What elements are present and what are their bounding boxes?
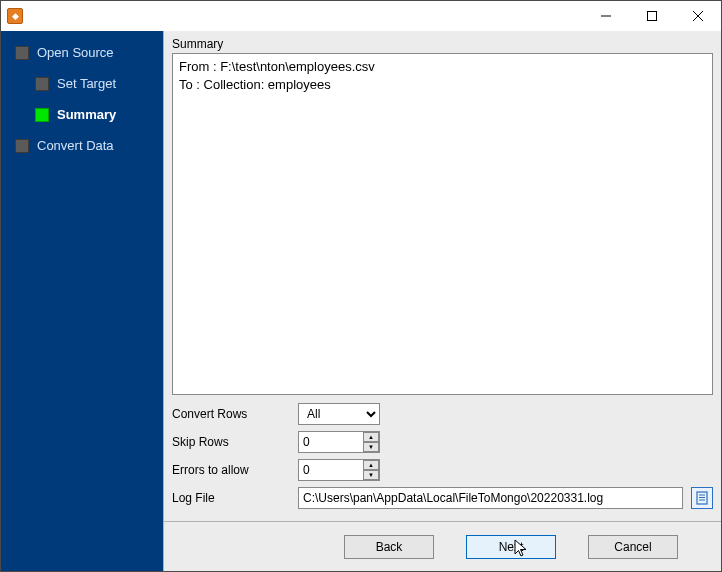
step-marker-icon (35, 77, 49, 91)
svg-rect-1 (648, 12, 657, 21)
document-icon (695, 491, 709, 505)
sidebar-item-summary[interactable]: Summary (1, 103, 163, 134)
row-skip-rows: Skip Rows ▲ ▼ (172, 431, 713, 453)
options-form: Convert Rows All Skip Rows ▲ ▼ (164, 403, 721, 521)
errors-allow-label: Errors to allow (172, 463, 290, 477)
next-button[interactable]: Next (466, 535, 556, 559)
sidebar-item-set-target[interactable]: Set Target (1, 72, 163, 103)
row-log-file: Log File (172, 487, 713, 509)
step-marker-icon (15, 46, 29, 60)
step-marker-icon (15, 139, 29, 153)
convert-rows-label: Convert Rows (172, 407, 290, 421)
close-button[interactable] (675, 1, 721, 31)
step-marker-icon (35, 108, 49, 122)
convert-rows-select[interactable]: All (298, 403, 380, 425)
skip-rows-stepper[interactable]: ▲ ▼ (298, 431, 380, 453)
spin-up-icon[interactable]: ▲ (363, 460, 379, 470)
spin-down-icon[interactable]: ▼ (363, 442, 379, 452)
errors-allow-stepper[interactable]: ▲ ▼ (298, 459, 380, 481)
body: Open Source Set Target Summary Convert D… (1, 31, 721, 571)
summary-textarea[interactable]: From : F:\test\nton\employees.csv To : C… (172, 53, 713, 395)
sidebar-item-open-source[interactable]: Open Source (1, 41, 163, 72)
log-file-input[interactable] (298, 487, 683, 509)
step-label: Open Source (37, 45, 114, 60)
app-icon-glyph: ◆ (12, 11, 19, 21)
cancel-button[interactable]: Cancel (588, 535, 678, 559)
maximize-button[interactable] (629, 1, 675, 31)
log-file-label: Log File (172, 491, 290, 505)
app-window: ◆ Open Source Set Target (0, 0, 722, 572)
spin-down-icon[interactable]: ▼ (363, 470, 379, 480)
minimize-button[interactable] (583, 1, 629, 31)
step-label: Summary (57, 107, 116, 122)
app-icon: ◆ (7, 8, 23, 24)
browse-log-file-button[interactable] (691, 487, 713, 509)
step-label: Convert Data (37, 138, 114, 153)
step-label: Set Target (57, 76, 116, 91)
back-button[interactable]: Back (344, 535, 434, 559)
row-errors-allow: Errors to allow ▲ ▼ (172, 459, 713, 481)
titlebar: ◆ (1, 1, 721, 31)
spin-up-icon[interactable]: ▲ (363, 432, 379, 442)
main-panel: Summary From : F:\test\nton\employees.cs… (163, 31, 721, 571)
row-convert-rows: Convert Rows All (172, 403, 713, 425)
wizard-sidebar: Open Source Set Target Summary Convert D… (1, 31, 163, 571)
summary-heading: Summary (164, 31, 721, 53)
skip-rows-label: Skip Rows (172, 435, 290, 449)
window-controls (583, 1, 721, 31)
sidebar-item-convert-data[interactable]: Convert Data (1, 134, 163, 165)
wizard-footer: Back Next Cancel (164, 521, 721, 571)
